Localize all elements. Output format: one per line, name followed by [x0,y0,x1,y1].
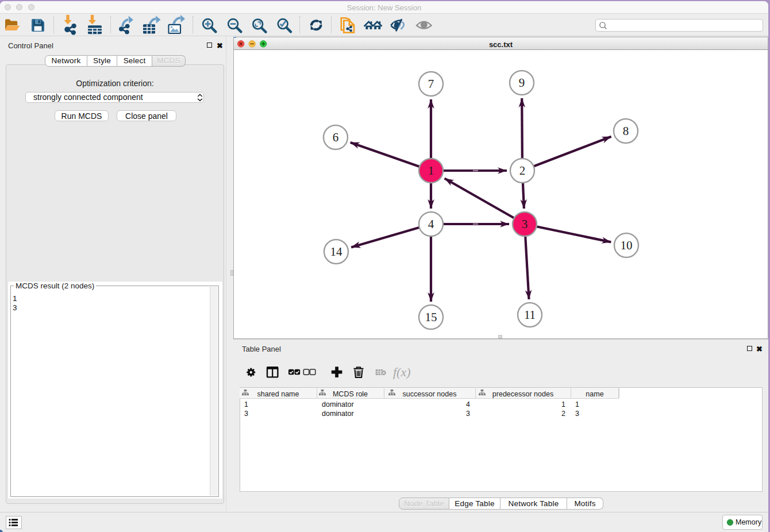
svg-text:10: 10 [621,238,633,252]
svg-text:8: 8 [623,124,629,138]
svg-text:2: 2 [519,164,526,178]
svg-text:9: 9 [519,76,525,90]
svg-text:7: 7 [428,77,434,91]
svg-text:f(x): f(x) [393,365,411,379]
svg-text:14: 14 [330,245,343,259]
svg-text:3: 3 [522,217,528,231]
svg-text:1: 1 [428,164,434,178]
svg-text:11: 11 [524,308,536,322]
svg-text:15: 15 [425,310,437,324]
svg-text:6: 6 [333,130,339,144]
svg-text:4: 4 [428,217,434,231]
